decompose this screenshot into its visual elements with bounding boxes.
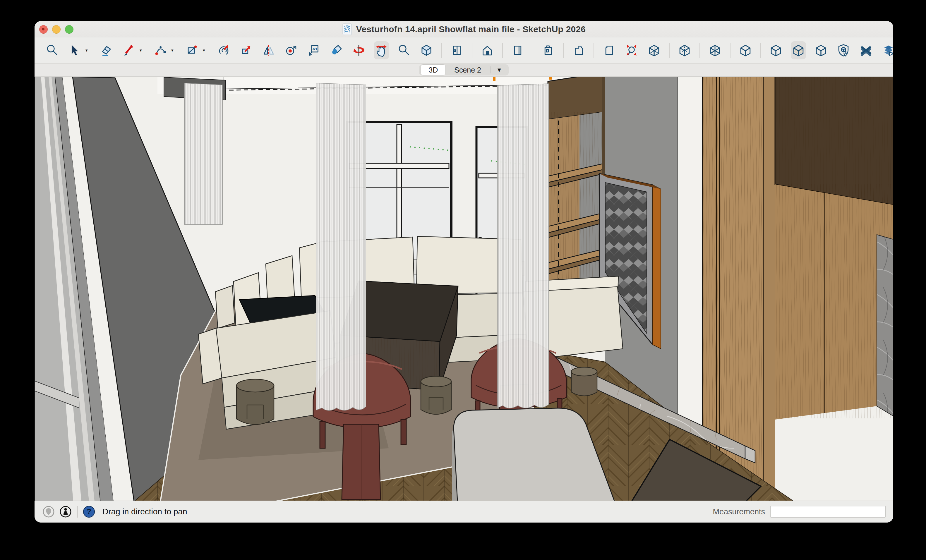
orbit-tool-icon[interactable] bbox=[351, 41, 366, 59]
scene-tab-3d[interactable]: 3D bbox=[421, 65, 445, 75]
line-tool-dropdown[interactable]: ▾ bbox=[139, 48, 145, 53]
minimize-button[interactable] bbox=[52, 25, 61, 34]
help-icon[interactable]: ? bbox=[83, 505, 95, 518]
3d-viewport[interactable] bbox=[35, 77, 893, 501]
front-view-icon[interactable] bbox=[510, 41, 525, 59]
line-tool-icon[interactable] bbox=[121, 41, 136, 59]
geolocation-icon[interactable] bbox=[42, 505, 55, 518]
scene-tab-scene-2[interactable]: Scene 2 bbox=[446, 65, 489, 75]
statusbar: ? Drag in direction to pan Measurements bbox=[35, 501, 893, 522]
iso-view-icon[interactable] bbox=[419, 41, 434, 59]
toolbar-separator bbox=[502, 43, 503, 58]
rectangle-tool-icon[interactable] bbox=[185, 41, 200, 59]
wall-strip bbox=[678, 77, 702, 439]
dimension-tool-icon[interactable]: A1 bbox=[306, 41, 321, 59]
zoom-camera-icon[interactable] bbox=[396, 41, 412, 59]
select-tool-dropdown[interactable]: ▾ bbox=[85, 48, 91, 53]
style-shaded-textures-icon[interactable] bbox=[791, 41, 806, 59]
credits-icon[interactable] bbox=[59, 505, 72, 518]
scene-tabs: 3DScene 2▼ bbox=[419, 64, 508, 75]
arc-tool-dropdown[interactable]: ▾ bbox=[171, 48, 177, 53]
guide-tick-orange bbox=[493, 77, 495, 81]
select-tool-icon[interactable] bbox=[67, 41, 82, 59]
scale-tool-icon[interactable] bbox=[239, 41, 254, 59]
titlebar[interactable]: Vesturhofn 14.april Showflat main file -… bbox=[35, 21, 893, 38]
tab-divider bbox=[490, 66, 490, 74]
guide-tick-orange bbox=[549, 77, 552, 80]
zoom-extents-icon[interactable] bbox=[624, 41, 639, 59]
warehouse-download-icon[interactable] bbox=[836, 41, 851, 59]
toolbar-separator bbox=[563, 43, 564, 58]
pan-tool-icon[interactable] bbox=[374, 41, 389, 59]
toolbar-separator bbox=[760, 43, 761, 58]
close-button[interactable] bbox=[39, 25, 48, 34]
style-hidden-line-icon[interactable] bbox=[738, 41, 753, 59]
window-title: Vesturhofn 14.april Showflat main file -… bbox=[356, 24, 586, 34]
svg-text:?: ? bbox=[87, 507, 91, 516]
left-window-curtain bbox=[185, 83, 222, 224]
model-canvas[interactable] bbox=[35, 77, 893, 501]
measurements-label: Measurements bbox=[713, 507, 765, 516]
style-xray-icon[interactable] bbox=[646, 41, 662, 59]
statusbar-divider bbox=[77, 506, 78, 518]
sheet-view-icon[interactable] bbox=[601, 41, 617, 59]
flip-tool-icon[interactable] bbox=[261, 41, 276, 59]
scene-tab-strip: 3DScene 2▼ bbox=[35, 63, 893, 77]
toolbar-separator bbox=[593, 43, 594, 58]
sheer-curtain-right bbox=[498, 84, 549, 408]
share-model-icon[interactable] bbox=[881, 41, 893, 59]
paint-bucket-tool-icon[interactable] bbox=[329, 41, 344, 59]
toolbar-separator bbox=[669, 43, 670, 58]
zoom-tool-icon[interactable] bbox=[44, 41, 60, 59]
kitchen-stile bbox=[763, 77, 775, 492]
door-view-icon[interactable] bbox=[449, 41, 465, 59]
tape-measure-tool-icon[interactable] bbox=[284, 41, 299, 59]
style-back-edges-icon[interactable] bbox=[677, 41, 692, 59]
home-view-icon[interactable] bbox=[480, 41, 495, 59]
zoom-button[interactable] bbox=[65, 25, 73, 34]
scene-tabs-menu-caret[interactable]: ▼ bbox=[492, 67, 507, 74]
sandbox-tool-icon[interactable] bbox=[858, 41, 874, 59]
arc-tool-icon[interactable] bbox=[153, 41, 168, 59]
sketchup-doc-icon bbox=[342, 23, 352, 35]
artwork-orange-edge bbox=[653, 185, 661, 349]
style-monochrome-icon[interactable] bbox=[813, 41, 829, 59]
svg-text:A1: A1 bbox=[312, 47, 318, 51]
sketchup-window: Vesturhofn 14.april Showflat main file -… bbox=[35, 21, 893, 522]
toolbar-separator bbox=[533, 43, 533, 58]
style-shaded-icon[interactable] bbox=[768, 41, 784, 59]
toolbar: ▾▾▾▾A13CA-5 bbox=[35, 38, 893, 63]
eraser-tool-icon[interactable] bbox=[98, 41, 114, 59]
toolbar-separator bbox=[699, 43, 700, 58]
toolbar-separator bbox=[730, 43, 731, 58]
back-view-icon[interactable] bbox=[540, 41, 556, 59]
elevation-view-icon[interactable] bbox=[571, 41, 586, 59]
toolbar-separator bbox=[441, 43, 442, 58]
style-wireframe-icon[interactable] bbox=[707, 41, 723, 59]
rectangle-tool-dropdown[interactable]: ▾ bbox=[203, 48, 209, 53]
marble-backsplash bbox=[877, 235, 893, 416]
toolbar-separator bbox=[472, 43, 472, 58]
traffic-lights bbox=[39, 25, 73, 34]
measurements-input[interactable] bbox=[770, 506, 886, 518]
offset-tool-icon[interactable] bbox=[216, 41, 231, 59]
sheer-curtain-left bbox=[316, 83, 366, 411]
status-hint: Drag in direction to pan bbox=[103, 507, 187, 516]
